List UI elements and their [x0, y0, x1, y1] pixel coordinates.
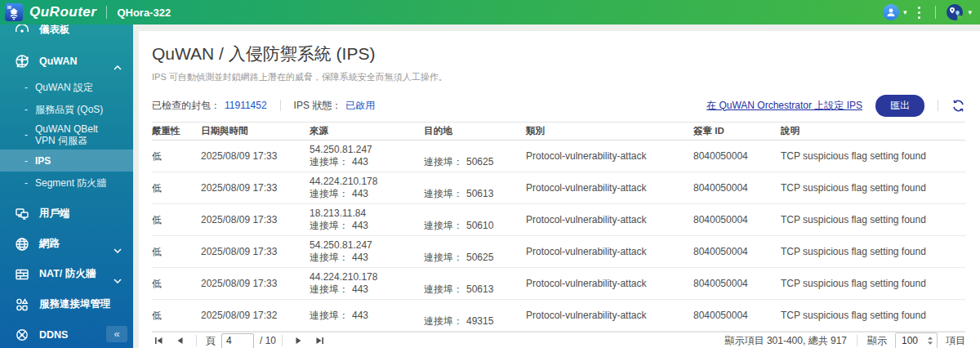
sidebar-item-nat-firewall[interactable]: NAT/ 防火牆	[0, 259, 133, 289]
export-button[interactable]: 匯出	[875, 95, 924, 117]
previous-page-icon[interactable]	[169, 336, 190, 346]
col-signature-id[interactable]: 簽章 ID	[693, 125, 781, 137]
cell-severity: 低	[152, 181, 201, 195]
brand-logo-text: QuRouter	[29, 4, 96, 20]
toolbar-divider	[938, 100, 938, 111]
cell-destination: 連接埠：50613	[424, 172, 526, 203]
ddns-icon	[14, 327, 30, 343]
next-page-icon[interactable]	[288, 336, 310, 346]
orchestrator-icon[interactable]	[946, 3, 964, 21]
ips-events-table: 嚴重性 日期與時間 來源 目的地 類別 簽章 ID 說明 低 2025/08/0…	[152, 122, 965, 332]
table-header-row: 嚴重性 日期與時間 來源 目的地 類別 簽章 ID 說明	[152, 122, 965, 141]
stats-row: 已檢查的封包： 11911452 IPS 狀態： 已啟用 在 QuWAN Orc…	[152, 97, 965, 114]
table-row: 低 2025/08/09 17:32 連接埠：443 連接埠：49315 Pro…	[152, 300, 965, 332]
col-source[interactable]: 來源	[310, 125, 424, 137]
sidebar-item-dashboard[interactable]: 儀表板	[0, 25, 133, 46]
cell-category: Protocol-vulnerability-attack	[526, 214, 693, 225]
cell-severity: 低	[152, 309, 201, 323]
topbar-divider	[106, 6, 107, 19]
cell-destination: 連接埠：49315	[424, 300, 526, 331]
items-range-info: 顯示項目 301-400, 總共 917	[725, 334, 847, 348]
content-card: QuWAN / 入侵防禦系統 (IPS) IPS 可自動偵測並封鎖網路上潛在的威…	[139, 31, 980, 348]
refresh-icon[interactable]	[951, 99, 965, 113]
col-destination[interactable]: 目的地	[424, 125, 526, 137]
cell-destination: 連接埠：50625	[424, 236, 526, 267]
cell-datetime: 2025/08/09 17:33	[201, 150, 310, 162]
source-ip: 44.224.210.178	[310, 271, 424, 283]
cell-datetime: 2025/08/09 17:33	[201, 214, 310, 225]
sidebar-item-qos[interactable]: - 服務品質 (QoS)	[0, 98, 133, 120]
cell-datetime: 2025/08/09 17:33	[201, 182, 310, 194]
chevron-down-icon	[114, 272, 122, 287]
cell-description: TCP suspicious flag setting found	[781, 214, 965, 225]
table-row: 低 2025/08/09 17:33 44.224.210.178 連接埠：44…	[152, 172, 965, 204]
col-description[interactable]: 說明	[781, 125, 965, 137]
sidebar-item-network[interactable]: 網路	[0, 229, 133, 259]
firewall-wall-icon	[14, 266, 30, 283]
sidebar-item-quwan-settings[interactable]: - QuWAN 設定	[0, 76, 133, 98]
cell-category: Protocol-vulnerability-attack	[526, 310, 693, 321]
cell-severity: 低	[152, 213, 201, 227]
last-page-icon[interactable]	[310, 336, 331, 346]
table-row: 低 2025/08/09 17:33 44.224.210.178 連接埠：44…	[152, 268, 965, 300]
cell-datetime: 2025/08/09 17:33	[201, 278, 310, 289]
user-menu-caret-icon[interactable]: ▾	[903, 8, 907, 16]
stats-divider	[280, 100, 281, 111]
cell-destination: 連接埠：50625	[424, 141, 526, 172]
source-ip: 54.250.81.247	[310, 144, 424, 156]
cell-description: TCP suspicious flag setting found	[781, 310, 965, 321]
ips-status-label: IPS 狀態：	[294, 99, 342, 113]
cell-datetime: 2025/08/09 17:33	[201, 246, 310, 257]
orchestrator-settings-link[interactable]: 在 QuWAN Orchestrator 上設定 IPS	[706, 99, 862, 113]
cell-description: TCP suspicious flag setting found	[781, 246, 965, 257]
page-label: 頁	[206, 334, 216, 348]
cell-signature-id: 8040050004	[693, 182, 781, 194]
cell-signature-id: 8040050004	[693, 150, 781, 162]
cell-category: Protocol-vulnerability-attack	[526, 150, 693, 162]
table-row: 低 2025/08/09 17:33 18.213.11.84 連接埠：443 …	[152, 204, 965, 236]
sidebar-item-ips[interactable]: - IPS	[0, 149, 133, 172]
more-options-icon[interactable]	[913, 4, 925, 21]
cell-source: 連接埠：443	[310, 300, 424, 331]
page-title: QuWAN / 入侵防禦系統 (IPS)	[152, 42, 965, 65]
cell-description: TCP suspicious flag setting found	[781, 182, 965, 194]
col-severity[interactable]: 嚴重性	[152, 125, 201, 137]
cell-destination: 連接埠：50613	[424, 268, 526, 299]
cell-source: 44.224.210.178 連接埠：443	[310, 268, 424, 299]
col-datetime[interactable]: 日期與時間	[201, 125, 310, 137]
cell-source: 54.250.81.247 連接埠：443	[310, 141, 424, 172]
cell-description: TCP suspicious flag setting found	[781, 278, 965, 289]
sidebar-item-qbelt-vpn[interactable]: - QuWAN QBelt VPN 伺服器	[0, 120, 133, 149]
sidebar-item-clients[interactable]: 用戶端	[0, 199, 133, 229]
ips-status-value: 已啟用	[345, 99, 375, 113]
cell-source: 54.250.81.247 連接埠：443	[310, 236, 424, 267]
sidebar-nav: 儀表板 QuWAN - QuWAN 設定 - 服務品質 (QoS) - QuWA…	[0, 25, 133, 348]
cell-source: 18.213.11.84 連接埠：443	[310, 204, 424, 235]
orchestrator-caret-icon[interactable]: ▾	[968, 8, 972, 16]
user-avatar[interactable]	[883, 4, 899, 20]
chevron-down-icon	[114, 242, 122, 257]
packets-value: 11911452	[225, 100, 267, 111]
col-category[interactable]: 類別	[526, 125, 693, 137]
cell-signature-id: 8040050004	[693, 214, 781, 225]
page-size-select[interactable]: 100	[895, 332, 938, 348]
page-number-input[interactable]	[221, 333, 254, 348]
table-row: 低 2025/08/09 17:33 54.250.81.247 連接埠：443…	[152, 236, 965, 268]
qurouter-logo-icon	[5, 3, 23, 21]
topbar-divider-2	[935, 6, 936, 19]
top-bar: QuRouter QHora-322 ▾ ▾	[0, 0, 980, 25]
sidebar-item-service-ports[interactable]: 服務連接埠管理	[0, 289, 133, 319]
first-page-icon[interactable]	[152, 336, 169, 346]
device-model: QHora-322	[117, 7, 171, 19]
table-row: 低 2025/08/09 17:33 54.250.81.247 連接埠：443…	[152, 141, 965, 172]
sidebar-item-quwan[interactable]: QuWAN	[0, 46, 133, 76]
sidebar-item-segment-firewall[interactable]: - Segment 防火牆	[0, 172, 133, 194]
cell-category: Protocol-vulnerability-attack	[526, 278, 693, 289]
network-globe-icon	[14, 236, 30, 252]
spinner-arrows-icon	[927, 336, 933, 346]
clients-icon	[14, 206, 30, 222]
source-ip: 18.213.11.84	[310, 207, 424, 220]
sidebar-collapse-button[interactable]: «	[106, 326, 127, 342]
cell-source: 44.224.210.178 連接埠：443	[310, 172, 424, 203]
cell-signature-id: 8040050004	[693, 310, 781, 321]
